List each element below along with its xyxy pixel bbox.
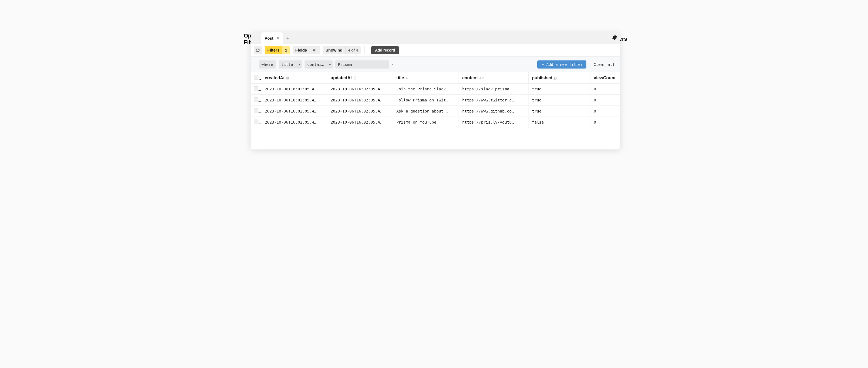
cell-createdAt[interactable]: 2023-10-06T16:02:05.4… xyxy=(261,106,327,117)
col-label: content xyxy=(462,75,478,80)
cell-published[interactable]: false xyxy=(529,117,590,128)
cell-updatedAt[interactable]: 2023-10-06T16:02:05.4… xyxy=(327,117,393,128)
cell-published[interactable]: true xyxy=(529,95,590,106)
cell-title[interactable]: Follow Prisma on Twit… xyxy=(393,95,459,106)
cell-content[interactable]: https://www.github.co… xyxy=(459,106,529,117)
cell-viewCount[interactable]: 0 xyxy=(590,117,620,128)
row-checkbox[interactable] xyxy=(254,109,258,113)
calendar-icon: 🗓 xyxy=(353,76,357,80)
cell-viewCount[interactable]: 0 xyxy=(590,95,620,106)
filters-label: Filters xyxy=(265,46,282,54)
tab-label: Post xyxy=(265,36,274,40)
add-tab-button[interactable]: ＋ xyxy=(285,35,290,41)
cell-content[interactable]: https://slack.prisma.… xyxy=(459,84,529,95)
cell-published[interactable]: true xyxy=(529,84,590,95)
cell-content[interactable]: https://pris.ly/youtu… xyxy=(459,117,529,128)
showing-label: Showing xyxy=(323,48,345,52)
col-title[interactable]: titleA xyxy=(393,72,459,84)
filters-button[interactable]: Filters 1 xyxy=(265,46,290,54)
fields-label: Fields xyxy=(293,48,310,52)
cell-updatedAt[interactable]: 2023-10-06T16:02:05.4… xyxy=(327,95,393,106)
table-row[interactable]: 2023-10-06T16:02:05.4…2023-10-06T16:02:0… xyxy=(251,117,620,128)
chevron-down-icon: ▼ xyxy=(298,63,300,66)
app-window: Post ✕ ＋ Filters 1 Fields All Showing 4 xyxy=(251,32,620,150)
row-checkbox[interactable] xyxy=(254,120,258,124)
data-table: createdAt🗓 updatedAt🗓 titleA contentA? p… xyxy=(251,72,620,128)
select-all-checkbox[interactable] xyxy=(254,75,258,80)
close-icon[interactable]: ✕ xyxy=(276,36,279,40)
cell-updatedAt[interactable]: 2023-10-06T16:02:05.4… xyxy=(327,84,393,95)
cell-createdAt[interactable]: 2023-10-06T16:02:05.4… xyxy=(261,95,327,106)
gear-icon[interactable] xyxy=(612,35,617,41)
filter-field-value: title xyxy=(281,62,293,67)
plus-icon: ＋ xyxy=(541,62,545,67)
clear-all-button[interactable]: Clear all xyxy=(593,62,615,67)
cell-viewCount[interactable]: 0 xyxy=(590,84,620,95)
add-filter-button[interactable]: ＋ Add a new filter xyxy=(537,60,587,68)
cell-createdAt[interactable]: 2023-10-06T16:02:05.4… xyxy=(261,84,327,95)
cell-title[interactable]: Prisma on YouTube xyxy=(393,117,459,128)
cell-updatedAt[interactable]: 2023-10-06T16:02:05.4… xyxy=(327,106,393,117)
toolbar: Filters 1 Fields All Showing 4 of 4 Add … xyxy=(251,44,620,57)
bool-icon: ◐ xyxy=(554,76,557,80)
fields-button[interactable]: Fields All xyxy=(293,46,320,54)
cell-title[interactable]: Join the Prisma Slack xyxy=(393,84,459,95)
text-nullable-icon: A? xyxy=(479,76,484,80)
table-row[interactable]: 2023-10-06T16:02:05.4…2023-10-06T16:02:0… xyxy=(251,106,620,117)
clear-filter-button[interactable]: ✕ xyxy=(392,62,394,67)
row-checkbox[interactable] xyxy=(254,86,258,91)
filter-op-value: contai… xyxy=(307,62,324,67)
filter-op-select[interactable]: contai… ▼ xyxy=(305,60,333,68)
add-record-button[interactable]: Add record xyxy=(371,46,399,54)
cell-published[interactable]: true xyxy=(529,106,590,117)
refresh-button[interactable] xyxy=(254,46,262,54)
col-viewCount[interactable]: viewCount xyxy=(590,72,620,84)
filter-value-input[interactable]: Prisma xyxy=(335,60,389,68)
tab-bar: Post ✕ ＋ xyxy=(251,32,620,44)
col-published[interactable]: published◐ xyxy=(529,72,590,84)
cell-viewCount[interactable]: 0 xyxy=(590,106,620,117)
cell-content[interactable]: https://www.twitter.c… xyxy=(459,95,529,106)
col-label: viewCount xyxy=(594,75,616,80)
text-icon: A xyxy=(405,76,408,80)
tab-post[interactable]: Post ✕ xyxy=(261,32,283,44)
filters-count: 1 xyxy=(282,46,290,54)
col-createdAt[interactable]: createdAt🗓 xyxy=(261,72,327,84)
calendar-icon: 🗓 xyxy=(286,76,289,80)
showing-sub: 4 of 4 xyxy=(345,46,361,54)
col-label: updatedAt xyxy=(331,75,352,80)
filter-row: where title ▼ contai… ▼ Prisma ✕ ＋ Add a… xyxy=(251,57,620,72)
chevron-down-icon: ▼ xyxy=(329,63,331,66)
row-checkbox[interactable] xyxy=(254,97,258,102)
cell-createdAt[interactable]: 2023-10-06T16:02:05.4… xyxy=(261,117,327,128)
col-label: createdAt xyxy=(265,75,285,80)
col-label: title xyxy=(396,75,404,80)
divider xyxy=(364,46,365,54)
cell-title[interactable]: Ask a question about … xyxy=(393,106,459,117)
table-row[interactable]: 2023-10-06T16:02:05.4…2023-10-06T16:02:0… xyxy=(251,84,620,95)
col-label: published xyxy=(532,75,552,80)
fields-sub: All xyxy=(310,46,320,54)
table-header-row: createdAt🗓 updatedAt🗓 titleA contentA? p… xyxy=(251,72,620,84)
filter-field-select[interactable]: title ▼ xyxy=(279,60,302,68)
col-updatedAt[interactable]: updatedAt🗓 xyxy=(327,72,393,84)
table-row[interactable]: 2023-10-06T16:02:05.4…2023-10-06T16:02:0… xyxy=(251,95,620,106)
col-content[interactable]: contentA? xyxy=(459,72,529,84)
showing-button[interactable]: Showing 4 of 4 xyxy=(323,46,361,54)
where-chip: where xyxy=(259,60,276,68)
add-filter-label: Add a new filter xyxy=(547,62,583,67)
